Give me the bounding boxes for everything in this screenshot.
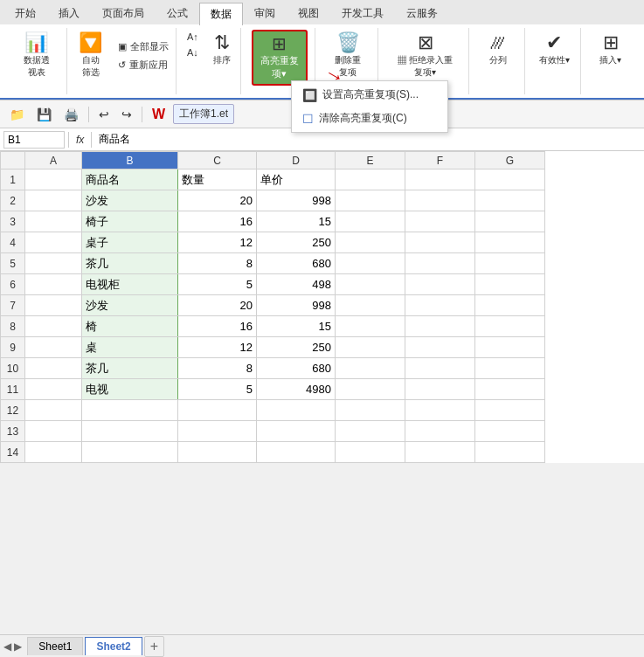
cell-G11[interactable] [475,379,545,400]
cell-G2[interactable] [475,190,545,211]
tab-insert[interactable]: 插入 [47,2,91,24]
cell-A12[interactable] [25,400,82,421]
cell-C6[interactable]: 5 [178,274,257,295]
cell-C9[interactable]: 12 [178,337,257,358]
tab-data[interactable]: 数据 [199,3,243,25]
cell-G1[interactable] [475,169,545,190]
cell-F10[interactable] [405,358,475,379]
save-button[interactable]: 💾 [32,105,56,124]
cell-F14[interactable] [405,442,475,463]
cell-B9[interactable]: 桌 [82,337,178,358]
cell-A8[interactable] [25,316,82,337]
col-header-d[interactable]: D [257,152,336,169]
cell-A5[interactable] [25,253,82,274]
sheet-tab-1[interactable]: Sheet1 [27,637,83,655]
cell-E9[interactable] [336,337,405,358]
cell-E7[interactable] [336,295,405,316]
cell-B11[interactable]: 电视 [82,379,178,400]
cell-D11[interactable]: 4980 [257,379,336,400]
cell-A7[interactable] [25,295,82,316]
cell-G6[interactable] [475,274,545,295]
tab-cloud[interactable]: 云服务 [395,2,449,24]
cell-C8[interactable]: 16 [178,316,257,337]
split-button[interactable]: ⫻ 分列 [476,30,520,70]
cell-C4[interactable]: 12 [178,232,257,253]
cell-C12[interactable] [178,400,257,421]
clear-highlight-dup-item[interactable]: ☐ 清除高亮重复项(C) [292,107,447,130]
cell-C5[interactable]: 8 [178,253,257,274]
tab-dev[interactable]: 开发工具 [330,2,395,24]
cell-B7[interactable]: 沙发 [82,295,178,316]
cell-C13[interactable] [178,421,257,442]
col-header-corner[interactable] [1,152,25,169]
cell-B12[interactable] [82,400,178,421]
cell-G13[interactable] [475,421,545,442]
remove-dup-button[interactable]: 🗑️ 删除重复项 [326,30,371,82]
tab-nav[interactable]: ◀ ▶ [3,640,22,653]
cell-G10[interactable] [475,358,545,379]
cell-G9[interactable] [475,337,545,358]
cell-D9[interactable]: 250 [257,337,336,358]
cell-G12[interactable] [475,400,545,421]
tab-layout[interactable]: 页面布局 [91,2,156,24]
cell-G3[interactable] [475,211,545,232]
col-header-e[interactable]: E [336,152,405,169]
cell-D2[interactable]: 998 [257,190,336,211]
cell-D8[interactable]: 15 [257,316,336,337]
cell-D4[interactable]: 250 [257,232,336,253]
col-header-b[interactable]: B [82,152,178,169]
cell-F9[interactable] [405,337,475,358]
add-sheet-button[interactable]: + [144,636,164,657]
cell-B8[interactable]: 椅 [82,316,178,337]
cell-G14[interactable] [475,442,545,463]
cell-D3[interactable]: 15 [257,211,336,232]
sort-asc-button[interactable]: A↑ [183,30,203,44]
cell-D7[interactable]: 998 [257,295,336,316]
cell-F13[interactable] [405,421,475,442]
cell-E12[interactable] [336,400,405,421]
cell-D6[interactable]: 498 [257,274,336,295]
cell-E5[interactable] [336,253,405,274]
cell-A3[interactable] [25,211,82,232]
cell-A6[interactable] [25,274,82,295]
cell-E4[interactable] [336,232,405,253]
print-button[interactable]: 🖨️ [59,105,83,124]
autofilter-button[interactable]: 🔽 自动筛选 [73,30,108,82]
tab-review[interactable]: 审阅 [243,2,287,24]
cell-F4[interactable] [405,232,475,253]
cell-F8[interactable] [405,316,475,337]
cell-A2[interactable] [25,190,82,211]
set-highlight-dup-item[interactable]: 🔲 设置高亮重复项(S)... [292,83,447,107]
cell-F7[interactable] [405,295,475,316]
cell-A9[interactable] [25,337,82,358]
cell-B3[interactable]: 椅子 [82,211,178,232]
cell-B1[interactable]: 商品名 [82,169,178,190]
validity-button[interactable]: ✔ 有效性▾ [532,30,576,70]
cell-E2[interactable] [336,190,405,211]
cell-B6[interactable]: 电视柜 [82,274,178,295]
cell-D13[interactable] [257,421,336,442]
cell-reference[interactable] [3,131,65,149]
cell-E11[interactable] [336,379,405,400]
cell-F6[interactable] [405,274,475,295]
cell-B2[interactable]: 沙发 [82,190,178,211]
cell-D14[interactable] [257,442,336,463]
cell-A14[interactable] [25,442,82,463]
tab-start[interactable]: 开始 [3,2,47,24]
cell-F5[interactable] [405,253,475,274]
col-header-f[interactable]: F [405,152,475,169]
col-header-c[interactable]: C [178,152,257,169]
cell-G5[interactable] [475,253,545,274]
tab-formula[interactable]: 公式 [156,2,199,24]
redo-button[interactable]: ↪ [117,105,136,124]
cell-E14[interactable] [336,442,405,463]
highlight-dup-button[interactable]: ⊞ 高亮重复项▾ [252,30,308,86]
cell-G7[interactable] [475,295,545,316]
cell-E10[interactable] [336,358,405,379]
cell-A4[interactable] [25,232,82,253]
cell-C10[interactable]: 8 [178,358,257,379]
cell-E3[interactable] [336,211,405,232]
cell-B13[interactable] [82,421,178,442]
cell-B4[interactable]: 桌子 [82,232,178,253]
sort-desc-button[interactable]: A↓ [183,45,203,59]
